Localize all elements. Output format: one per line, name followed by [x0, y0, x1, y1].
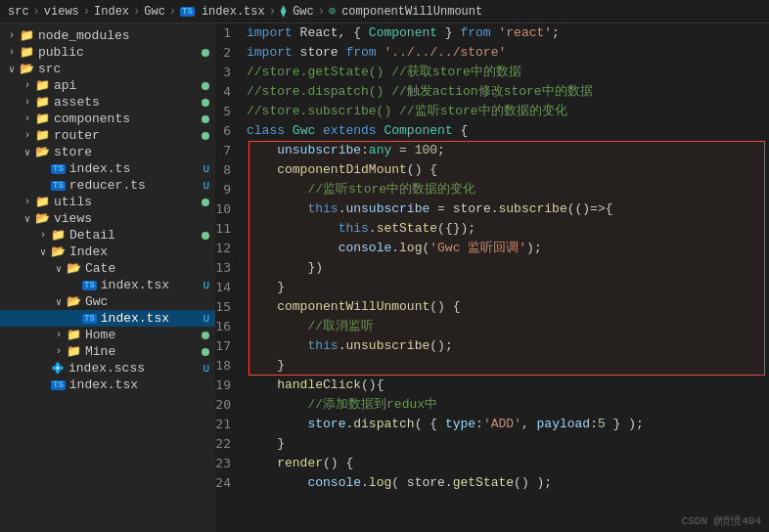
token: 'ADD': [483, 415, 521, 434]
token: [315, 121, 323, 141]
token: handleClick: [277, 376, 361, 395]
token: [247, 180, 307, 200]
tree-item-label: Mine: [85, 344, 202, 359]
folder-icon: 📁: [20, 45, 34, 60]
token: (){: [361, 376, 384, 395]
token: Component: [369, 23, 437, 43]
sidebar-item-utils[interactable]: › 📁 utils: [0, 194, 215, 210]
folder-icon: 📁: [67, 344, 81, 359]
sidebar-item-components[interactable]: › 📁 components: [0, 111, 215, 127]
code-line: }: [247, 278, 769, 297]
tree-item-label: index.scss: [68, 361, 203, 376]
token: [247, 395, 307, 415]
collapse-arrow: ›: [35, 230, 51, 241]
breadcrumb-views[interactable]: views: [44, 5, 79, 19]
token: [247, 297, 277, 317]
token: () );: [514, 473, 552, 493]
tree-item-label: router: [54, 128, 202, 143]
breadcrumb-method-icon: ⊙: [329, 4, 336, 19]
tree-item-label: index.tsx: [101, 278, 204, 292]
breadcrumb-sep6: ›: [318, 5, 325, 19]
tree-item-label: public: [38, 45, 202, 60]
breadcrumb-src[interactable]: src: [8, 5, 29, 19]
token: ;: [552, 23, 560, 43]
breadcrumb-index[interactable]: Index: [94, 5, 129, 19]
sidebar-item-cate-index[interactable]: › TS index.tsx U: [0, 277, 215, 293]
token: :: [361, 141, 369, 160]
modified-badge: [202, 49, 209, 57]
sidebar-item-gwc-index[interactable]: › TS index.tsx U: [0, 310, 215, 327]
token: }: [247, 278, 285, 297]
token: () {: [323, 454, 353, 473]
token: = store.: [430, 200, 498, 219]
sidebar-item-cate[interactable]: ∨ 📂 Cate: [0, 260, 215, 277]
untracked-badge: U: [203, 313, 209, 325]
token: .: [391, 239, 399, 258]
sidebar-item-gwc-folder[interactable]: ∨ 📂 Gwc: [0, 293, 215, 310]
token: Gwc: [293, 121, 315, 141]
collapse-arrow: ∨: [20, 213, 35, 225]
token: type: [445, 415, 475, 434]
token: [247, 219, 339, 239]
sidebar-item-store[interactable]: ∨ 📂 store: [0, 144, 215, 160]
token: (: [422, 239, 430, 258]
token: Component: [384, 121, 452, 141]
breadcrumb-gwc2[interactable]: Gwc: [293, 5, 314, 19]
sidebar-item-api[interactable]: › 📁 api: [0, 77, 215, 94]
folder-icon: 📁: [67, 328, 81, 342]
collapse-arrow: ›: [20, 130, 35, 141]
tree-item-label: assets: [54, 95, 202, 110]
code-line: //监听store中的数据的变化: [247, 180, 769, 200]
tree-item-label: views: [54, 211, 215, 226]
breadcrumb-gwc[interactable]: Gwc: [144, 5, 165, 19]
sidebar-item-reducer[interactable]: › TS reducer.ts U: [0, 177, 215, 194]
sidebar-item-src[interactable]: ∨ 📂 src: [0, 61, 215, 77]
sidebar-item-node-modules[interactable]: › 📁 node_modules: [0, 27, 215, 44]
sidebar-item-mine[interactable]: › 📁 Mine: [0, 343, 215, 360]
collapse-arrow: ›: [51, 346, 67, 357]
sidebar-item-home[interactable]: › 📁 Home: [0, 327, 215, 343]
modified-badge: [202, 232, 209, 240]
ts-file-icon: TS: [82, 281, 97, 290]
breadcrumb-method[interactable]: componentWillUnmount: [341, 5, 482, 19]
token: ;: [437, 141, 445, 160]
folder-icon: 📂: [67, 261, 81, 276]
untracked-badge: U: [203, 180, 209, 192]
token: [247, 239, 339, 258]
folder-icon: 📁: [35, 111, 50, 126]
breadcrumb-file[interactable]: index.tsx: [202, 5, 265, 19]
sidebar-item-index-scss[interactable]: › 💠 index.scss U: [0, 360, 215, 377]
code-area: 123456789101112131415161718192021222324 …: [215, 23, 769, 532]
token: from: [460, 23, 490, 43]
collapse-arrow: ∨: [51, 296, 67, 308]
sidebar-item-views[interactable]: ∨ 📂 views: [0, 210, 215, 227]
watermark: CSDN @愤愤404: [682, 513, 761, 528]
token: }: [437, 23, 460, 43]
ts-file-icon: TS: [51, 181, 66, 191]
code-line: store.dispatch( { type:'ADD', payload:5 …: [247, 415, 769, 434]
sidebar-item-index-folder[interactable]: ∨ 📂 Index: [0, 244, 215, 260]
tree-item-label: Home: [85, 328, 202, 342]
sidebar-item-detail[interactable]: › 📁 Detail: [0, 227, 215, 244]
token: //取消监听: [307, 317, 374, 336]
token: log: [369, 473, 391, 493]
sidebar-item-store-index[interactable]: › TS index.ts U: [0, 160, 215, 177]
collapse-arrow: ›: [51, 330, 67, 340]
token: .: [369, 219, 377, 239]
token: subscribe: [499, 200, 567, 219]
token: }: [247, 434, 285, 454]
sidebar-item-router[interactable]: › 📁 router: [0, 127, 215, 144]
collapse-arrow: ∨: [4, 64, 20, 75]
ts-file-icon: TS: [51, 164, 66, 174]
sidebar-item-public[interactable]: › 📁 public: [0, 44, 215, 61]
code-line: console.log( store.getState() );: [247, 473, 769, 493]
code-line: render() {: [247, 454, 769, 473]
token: 'Gwc 监听回调': [430, 239, 526, 258]
file-tree: › 📁 node_modules › 📁 public ∨ 📂 src › 📁 …: [0, 23, 215, 532]
sidebar-item-ts-index[interactable]: › TS index.tsx: [0, 377, 215, 393]
sidebar-item-assets[interactable]: › 📁 assets: [0, 94, 215, 111]
token: componentWillUnmount: [277, 297, 430, 317]
token: [247, 415, 307, 434]
code-lines-container: import React, { Component } from 'react'…: [247, 23, 769, 532]
folder-icon: 📁: [35, 95, 50, 110]
